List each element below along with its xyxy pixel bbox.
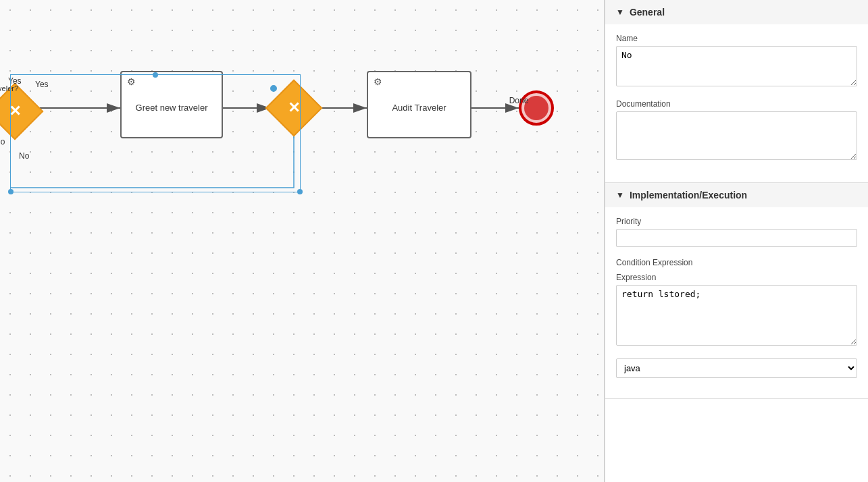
gear-icon-audit: ⚙ xyxy=(374,76,382,87)
gateway-question-label: d Traveler? xyxy=(0,84,35,92)
selection-handle-bl[interactable] xyxy=(8,189,14,194)
audit-traveler-label: Audit Traveler xyxy=(386,103,451,113)
gateway-x-icon-middle: ✕ xyxy=(288,99,300,117)
documentation-label: Documentation xyxy=(616,99,857,109)
documentation-input[interactable] xyxy=(616,111,857,160)
greet-traveler-label: Greet new traveler xyxy=(130,103,213,113)
gateway-x-icon: ✕ xyxy=(9,103,21,120)
name-field-group: Name xyxy=(616,34,857,88)
done-label: Done xyxy=(509,96,529,105)
right-panel: ▼ General Name Documentation ▼ Implement… xyxy=(605,0,868,482)
no-label: No xyxy=(0,137,5,146)
priority-input[interactable] xyxy=(616,229,857,247)
expression-sub-group: Expression xyxy=(616,273,857,348)
execution-section-body: Priority Condition Expression Expression… xyxy=(605,207,868,398)
condition-expression-group: Condition Expression Expression java jav… xyxy=(616,258,857,378)
bpmn-canvas[interactable]: ✕ Yes No d Traveler? Yes No ⚙ Greet new … xyxy=(0,0,605,482)
audit-traveler-task[interactable]: ⚙ Audit Traveler xyxy=(367,71,471,138)
general-section-title: General xyxy=(630,7,665,18)
expression-input[interactable] xyxy=(616,285,857,346)
no-arrow-label: No xyxy=(19,151,29,161)
general-section-header[interactable]: ▼ General xyxy=(605,0,868,24)
expression-label: Expression xyxy=(616,273,857,282)
execution-section-header[interactable]: ▼ Implementation/Execution xyxy=(605,183,868,207)
execution-section: ▼ Implementation/Execution Priority Cond… xyxy=(605,183,868,399)
priority-label: Priority xyxy=(616,217,857,226)
documentation-field-group: Documentation xyxy=(616,99,857,162)
gear-icon-greet: ⚙ xyxy=(127,76,136,87)
gateway-connector-dot xyxy=(270,85,277,92)
condition-expression-label: Condition Expression xyxy=(616,258,857,267)
general-chevron-icon: ▼ xyxy=(616,7,624,17)
execution-section-title: Implementation/Execution xyxy=(630,190,747,200)
name-label: Name xyxy=(616,34,857,43)
name-input[interactable] xyxy=(616,46,857,86)
general-section-body: Name Documentation xyxy=(605,24,868,182)
selection-handle-br[interactable] xyxy=(297,189,303,194)
greet-traveler-task[interactable]: ⚙ Greet new traveler xyxy=(120,71,223,138)
language-select[interactable]: java javascript groovy xyxy=(616,358,857,378)
yes-arrow-label: Yes xyxy=(35,80,49,89)
execution-chevron-icon: ▼ xyxy=(616,190,624,200)
priority-field-group: Priority xyxy=(616,217,857,247)
connectors-svg xyxy=(0,0,604,482)
general-section: ▼ General Name Documentation xyxy=(605,0,868,183)
